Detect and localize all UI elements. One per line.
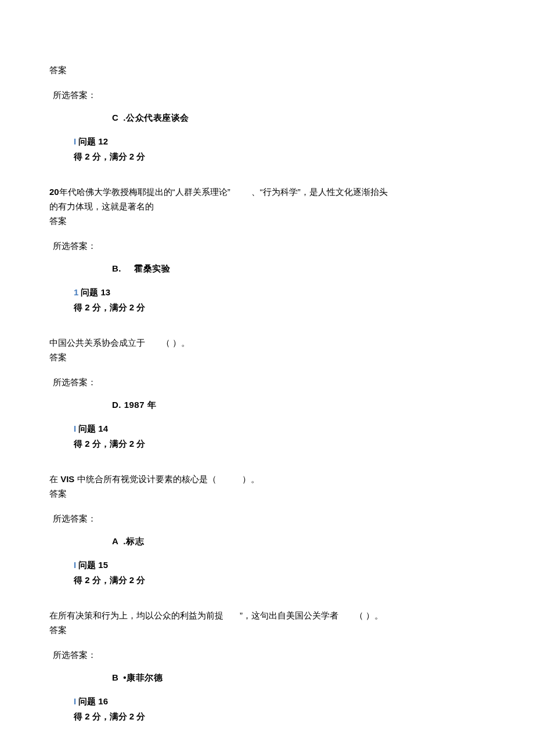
bar-icon: I: [74, 424, 76, 433]
q15-score: 得 2 分，满分 2 分: [49, 574, 485, 586]
selected-answer-label: 所选答案：: [49, 240, 485, 252]
answer-label: 答案: [49, 64, 485, 76]
q15-answer-letter: B: [112, 672, 118, 682]
bar-icon: I: [74, 696, 76, 706]
q15-answer: B•康菲尔德: [49, 671, 485, 683]
q11-answer-text: .公众代表座谈会: [123, 113, 189, 122]
bar-icon: I: [74, 136, 76, 146]
answer-label: 答案: [49, 624, 485, 636]
q15-header: I问题 15: [49, 559, 485, 571]
q13-answer-text: . 1987: [118, 400, 145, 410]
q13-header: 1问题 13: [49, 286, 485, 298]
answer-label: 答案: [49, 351, 485, 363]
q14-answer-letter: A: [112, 536, 118, 546]
question-label: 问题 15: [78, 560, 108, 570]
q15-answer-text: •康菲尔德: [123, 672, 163, 682]
answer-label: 答案: [49, 487, 485, 500]
answer-label: 答案: [49, 215, 485, 227]
q13-text: 中国公共关系协会成立于（ ）。: [49, 337, 485, 349]
selected-answer-label: 所选答案：: [49, 512, 485, 525]
bar-icon: 1: [74, 287, 78, 297]
q12-answer: B.霍桑实验: [49, 262, 485, 274]
q14-text: 在 VIS 中统合所有视觉设计要素的核心是（）。: [49, 473, 485, 485]
q12-header: I问题 12: [49, 135, 485, 147]
q12-text: 20年代哈佛大学教授梅耶提出的“人群关系理论”、“行为科学”，是人性文化逐渐抬头: [49, 186, 485, 198]
question-label: 问题 12: [78, 136, 108, 146]
q14-score: 得 2 分，满分 2 分: [49, 437, 485, 450]
selected-answer-label: 所选答案：: [49, 89, 485, 101]
q12-answer-text: 霍桑实验: [134, 263, 170, 273]
question-label: 问题 14: [78, 424, 108, 433]
q11-answer: C.公众代表座谈会: [49, 111, 485, 124]
q12-answer-letter: B.: [112, 263, 121, 273]
q13-answer: D. 1987 年: [49, 399, 485, 411]
q13-answer-suffix: 年: [147, 400, 157, 410]
selected-answer-label: 所选答案：: [49, 649, 485, 661]
q11-answer-letter: C: [112, 113, 118, 122]
q13-score: 得 2 分，满分 2 分: [49, 301, 485, 313]
q16-score: 得 2 分，满分 2 分: [49, 710, 485, 722]
q14-answer: A.标志: [49, 535, 485, 547]
question-label: 问题 16: [78, 696, 108, 706]
q14-answer-text: .标志: [123, 536, 144, 546]
question-label: 问题 13: [81, 287, 110, 297]
q12-text-line2: 的有力体现，这就是著名的: [49, 200, 485, 212]
q16-header: I问题 16: [49, 695, 485, 707]
q13-answer-letter: D: [112, 400, 118, 410]
q14-header: I问题 14: [49, 422, 485, 435]
q15-text: 在所有决策和行为上，均以公众的利益为前提”，这句出自美国公关学者（ ）。: [49, 609, 485, 621]
bar-icon: I: [74, 560, 76, 570]
selected-answer-label: 所选答案：: [49, 376, 485, 388]
q12-score: 得 2 分，满分 2 分: [49, 150, 485, 162]
